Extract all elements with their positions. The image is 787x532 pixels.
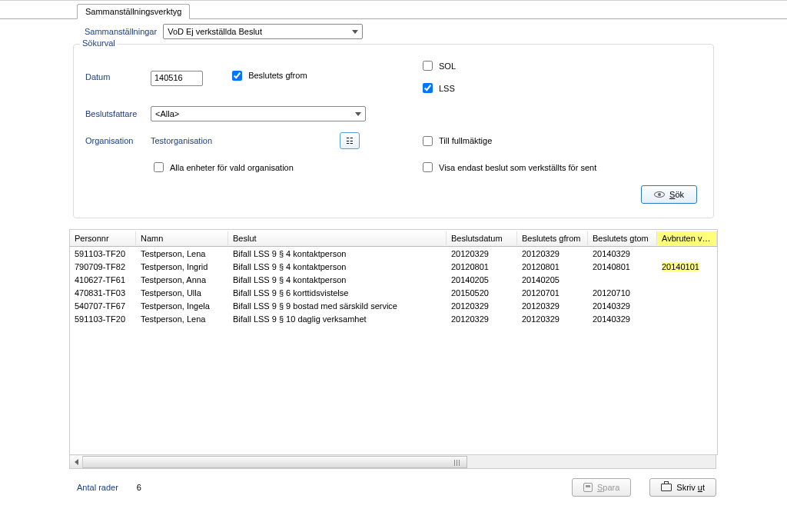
- lss-input[interactable]: [423, 83, 433, 93]
- cell: 20140801: [588, 260, 657, 274]
- till-fullmaktige-checkbox[interactable]: Till fullmäktige: [420, 134, 492, 148]
- search-group-title: Sökurval: [80, 38, 118, 48]
- organisation-label: Organisation: [85, 136, 151, 145]
- visa-endast-checkbox[interactable]: Visa endast beslut som verkställts för s…: [420, 160, 596, 175]
- date-label: Datum: [85, 72, 151, 81]
- till-fullmaktige-input[interactable]: [423, 136, 433, 146]
- grid-header: Personnr Namn Beslut Beslutsdatum Beslut…: [70, 230, 717, 247]
- cell: 20120329: [517, 312, 588, 326]
- organisation-link[interactable]: Testorganisation: [151, 136, 212, 145]
- compilations-label: Sammanställningar: [85, 27, 157, 36]
- cell: Testperson, Ingrid: [136, 260, 228, 274]
- beslutets-gfrom-label: Beslutets gfrom: [248, 71, 307, 80]
- col-gtom[interactable]: Beslutets gtom: [588, 231, 657, 245]
- search-button-label: Sök: [669, 190, 684, 199]
- cell: [657, 251, 717, 256]
- cell: 20120710: [588, 286, 657, 300]
- scroll-thumb[interactable]: [83, 456, 467, 468]
- cell: Bifall LSS 9 § 10 daglig verksamhet: [228, 312, 447, 326]
- cell: [657, 291, 717, 295]
- col-beslut[interactable]: Beslut: [228, 231, 447, 245]
- cell: 20120329: [447, 312, 517, 326]
- col-avbruten[interactable]: Avbruten verkställighet: [657, 231, 717, 245]
- search-button[interactable]: Sök: [641, 185, 697, 204]
- cell: Bifall LSS 9 § 9 bostad med särskild ser…: [228, 299, 447, 313]
- sol-input[interactable]: [423, 61, 433, 71]
- cell: Testperson, Ulla: [136, 286, 228, 300]
- cell: 20150520: [447, 286, 517, 300]
- cell: [588, 278, 657, 282]
- cell: 20120801: [447, 260, 517, 274]
- lss-checkbox[interactable]: LSS: [420, 81, 455, 95]
- row-count-label: Antal rader: [77, 483, 118, 492]
- lss-label: LSS: [439, 84, 455, 93]
- date-field[interactable]: 140516: [151, 71, 203, 86]
- col-namn[interactable]: Namn: [136, 231, 228, 245]
- scroll-left-button[interactable]: [70, 456, 83, 468]
- cell: 591103-TF20: [70, 312, 136, 326]
- compilations-value: VoD Ej verkställda Beslut: [168, 27, 262, 36]
- cell: Testperson, Ingela: [136, 299, 228, 313]
- results-grid: Personnr Namn Beslut Beslutsdatum Beslut…: [69, 229, 718, 455]
- cell: 20140329: [588, 247, 657, 261]
- col-beslutsdatum[interactable]: Beslutsdatum: [447, 231, 517, 245]
- visa-endast-label: Visa endast beslut som verkställts för s…: [439, 163, 596, 172]
- cell: 591103-TF20: [70, 247, 136, 261]
- horizontal-scrollbar[interactable]: [69, 455, 716, 469]
- cell: [657, 317, 717, 321]
- print-button[interactable]: Skriv ut: [649, 478, 716, 497]
- all-units-checkbox[interactable]: Alla enheter för vald organisation: [151, 160, 294, 175]
- print-icon: [661, 484, 672, 491]
- cell: 20120701: [517, 286, 588, 300]
- scroll-grip-icon: [454, 460, 460, 466]
- cell: 20140205: [517, 273, 588, 287]
- cell: 20120329: [517, 247, 588, 261]
- col-personnr[interactable]: Personnr: [70, 231, 136, 245]
- tab-compilations[interactable]: Sammanställningsverktyg: [77, 4, 190, 19]
- cell: 410627-TF61: [70, 273, 136, 287]
- cell: Testperson, Lena: [136, 312, 228, 326]
- grid-body[interactable]: 591103-TF20Testperson, LenaBifall LSS 9 …: [70, 247, 717, 454]
- save-button: Spara: [572, 478, 631, 497]
- cell: 20140329: [588, 312, 657, 326]
- table-row[interactable]: 410627-TF61Testperson, AnnaBifall LSS 9 …: [70, 273, 717, 286]
- beslutsfattare-combo[interactable]: <Alla>: [151, 106, 366, 121]
- all-units-label: Alla enheter för vald organisation: [170, 163, 294, 172]
- cell: Bifall LSS 9 § 4 kontaktperson: [228, 247, 447, 261]
- organisation-picker-button[interactable]: ☷: [340, 132, 360, 149]
- toolbar: Sammanställningar VoD Ej verkställda Bes…: [0, 19, 787, 44]
- cell: 20120801: [517, 260, 588, 274]
- compilations-combo[interactable]: VoD Ej verkställda Beslut: [163, 24, 363, 39]
- table-row[interactable]: 470831-TF03Testperson, UllaBifall LSS 9 …: [70, 286, 717, 299]
- table-row[interactable]: 790709-TF82Testperson, IngridBifall LSS …: [70, 260, 717, 273]
- tree-icon: ☷: [346, 136, 354, 146]
- table-row[interactable]: 540707-TF67Testperson, IngelaBifall LSS …: [70, 299, 717, 312]
- till-fullmaktige-label: Till fullmäktige: [439, 136, 492, 145]
- cell: 20120329: [517, 299, 588, 313]
- cell: Bifall LSS 9 § 6 korttidsvistelse: [228, 286, 447, 300]
- arrow-left-icon: [75, 459, 78, 465]
- print-button-label: Skriv ut: [676, 483, 705, 492]
- chevron-down-icon: [355, 112, 361, 116]
- cell: 540707-TF67: [70, 299, 136, 313]
- search-group: Sökurval Datum 140516 Beslutets gfrom SO…: [73, 44, 714, 218]
- beslutets-gfrom-checkbox[interactable]: Beslutets gfrom: [229, 68, 307, 83]
- cell: Bifall LSS 9 § 4 kontaktperson: [228, 273, 447, 287]
- beslutsfattare-label: Beslutsfattare: [85, 109, 151, 118]
- cell: 20140101: [657, 260, 717, 274]
- beslutsfattare-value: <Alla>: [155, 109, 179, 118]
- save-button-label: Spara: [597, 483, 619, 492]
- beslutets-gfrom-input[interactable]: [232, 71, 242, 81]
- all-units-input[interactable]: [154, 162, 164, 172]
- table-row[interactable]: 591103-TF20Testperson, LenaBifall LSS 9 …: [70, 312, 717, 325]
- table-row[interactable]: 591103-TF20Testperson, LenaBifall LSS 9 …: [70, 247, 717, 260]
- chevron-down-icon: [352, 30, 358, 34]
- cell: [657, 304, 717, 308]
- date-cell: 140516 Beslutets gfrom: [151, 68, 366, 86]
- visa-endast-input[interactable]: [423, 162, 433, 172]
- sol-checkbox[interactable]: SOL: [420, 58, 456, 73]
- col-gfrom[interactable]: Beslutets gfrom: [517, 231, 588, 245]
- cell: 20140329: [588, 299, 657, 313]
- cell: Bifall LSS 9 § 4 kontaktperson: [228, 260, 447, 274]
- cell: 20120329: [447, 247, 517, 261]
